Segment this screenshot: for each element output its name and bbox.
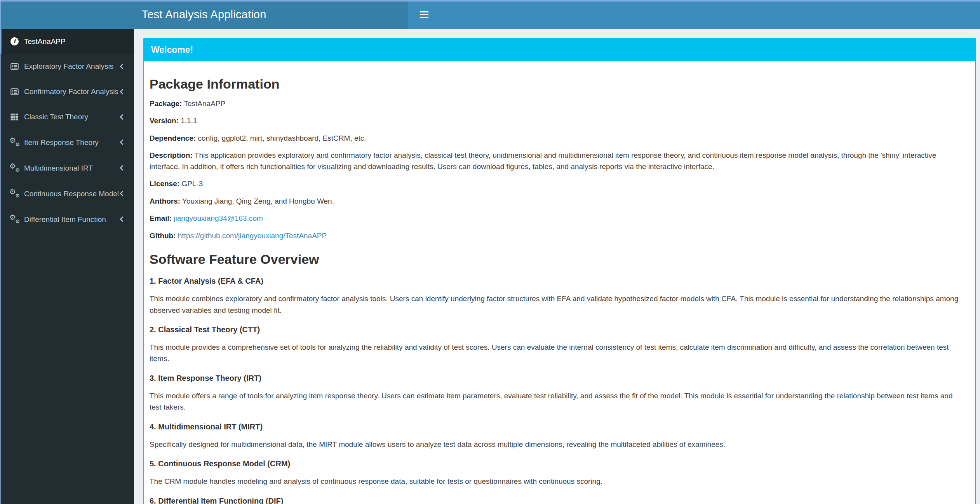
email-link[interactable]: jiangyouxiang34@163.com	[174, 214, 263, 222]
chevron-left-icon	[119, 114, 124, 120]
feature-title-mirt: 4. Multidimensional IRT (MIRT)	[150, 421, 964, 432]
chevron-left-icon	[119, 216, 124, 222]
feature-text-crm: The CRM module handles modeling and anal…	[150, 476, 964, 487]
sidebar: i TestAnaAPP Exploratory Factor Analysis	[0, 29, 134, 504]
feature-text-efa-cfa: This module combines exploratory and con…	[150, 293, 964, 316]
info-circle-icon: i	[10, 37, 19, 45]
sidebar-item-continuous-response-model[interactable]: ⚙⚙ Continuous Response Model	[0, 181, 134, 206]
sidebar-item-label: Confirmatory Factor Analysis	[24, 87, 118, 96]
field-anthors: Anthors: Youxiang Jiang, Qing Zeng, and …	[150, 196, 964, 207]
chevron-left-icon	[119, 89, 124, 95]
sidebar-item-confirmatory-factor-analysis[interactable]: Confirmatory Factor Analysis	[0, 79, 134, 104]
logo-area: Test Analysis Application	[0, 0, 408, 29]
feature-title-ctt: 2. Classical Test Theory (CTT)	[150, 324, 964, 335]
sidebar-item-label: Classic Test Theory	[24, 112, 88, 121]
sidebar-item-classic-test-theory[interactable]: Classic Test Theory	[0, 104, 134, 129]
field-package: Package: TestAnaAPP	[150, 98, 964, 110]
list-alt-icon	[10, 88, 19, 95]
hamburger-icon	[420, 11, 428, 18]
field-dependence: Dependence: config, ggplot2, mirt, shiny…	[150, 133, 964, 144]
feature-title-irt: 3. Item Response Theory (IRT)	[150, 372, 964, 384]
navbar	[408, 0, 980, 29]
sidebar-item-label: Multidimensional IRT	[24, 164, 93, 173]
sidebar-item-testanaapp[interactable]: i TestAnaAPP	[0, 29, 134, 54]
welcome-box-header: Welcome!	[144, 38, 975, 61]
app-header: Test Analysis Application	[0, 0, 980, 29]
sidebar-item-label: Exploratory Factor Analysis	[24, 62, 113, 71]
feature-text-mirt: Specifically designed for multidimension…	[150, 439, 964, 450]
sidebar-item-item-response-theory[interactable]: ⚙⚙ Item Response Theory	[0, 129, 134, 155]
chevron-left-icon	[119, 165, 124, 171]
gears-icon: ⚙⚙	[10, 138, 19, 147]
app-title: Test Analysis Application	[142, 8, 266, 21]
feature-text-ctt: This module provides a comprehensive set…	[150, 342, 964, 364]
field-description: Description: This application provides e…	[150, 150, 964, 172]
list-alt-icon	[10, 63, 19, 70]
welcome-box: Welcome! Package Information Package: Te…	[143, 38, 976, 504]
sidebar-item-label: Item Response Theory	[24, 138, 99, 147]
sidebar-item-multidimensional-irt[interactable]: ⚙⚙ Multidimensional IRT	[0, 155, 134, 181]
chevron-left-icon	[119, 190, 124, 197]
field-version: Version: 1.1.1	[150, 115, 964, 127]
sidebar-item-label: Continuous Response Model	[24, 189, 119, 198]
sidebar-item-differential-item-function[interactable]: ⚙⚙ Differential Item Function	[0, 206, 134, 232]
welcome-box-body: Package Information Package: TestAnaAPP …	[144, 61, 975, 504]
sidebar-item-exploratory-factor-analysis[interactable]: Exploratory Factor Analysis	[0, 54, 134, 79]
field-github: Github: https://github.com/jiangyouxiang…	[150, 230, 964, 242]
sidebar-toggle-button[interactable]	[416, 7, 432, 22]
field-email: Email: jiangyouxiang34@163.com	[150, 213, 964, 224]
sidebar-item-label: TestAnaAPP	[24, 37, 66, 46]
package-info-heading: Package Information	[150, 76, 964, 92]
gears-icon: ⚙⚙	[10, 215, 19, 224]
feature-title-crm: 5. Continuous Response Model (CRM)	[150, 458, 964, 469]
gears-icon: ⚙⚙	[10, 163, 19, 173]
welcome-title: Welcome!	[151, 45, 193, 55]
features-heading: Software Feature Overview	[150, 251, 964, 267]
window-edge-top	[0, 0, 980, 2]
main-content: Welcome! Package Information Package: Te…	[134, 29, 980, 504]
sidebar-item-label: Differential Item Function	[24, 215, 106, 224]
gears-icon: ⚙⚙	[10, 189, 19, 198]
github-link[interactable]: https://github.com/jiangyouxiang/TestAna…	[178, 232, 327, 240]
table-grid-icon	[10, 113, 19, 120]
chevron-left-icon	[119, 139, 124, 145]
field-license: License: GPL-3	[150, 178, 964, 190]
window-edge-left	[0, 0, 1, 504]
chevron-left-icon	[119, 63, 124, 70]
feature-title-efa-cfa: 1. Factor Analysis (EFA & CFA)	[150, 275, 964, 287]
feature-text-irt: This module offers a range of tools for …	[150, 390, 964, 413]
feature-title-dif: 6. Differential Item Functioning (DIF)	[150, 495, 964, 504]
